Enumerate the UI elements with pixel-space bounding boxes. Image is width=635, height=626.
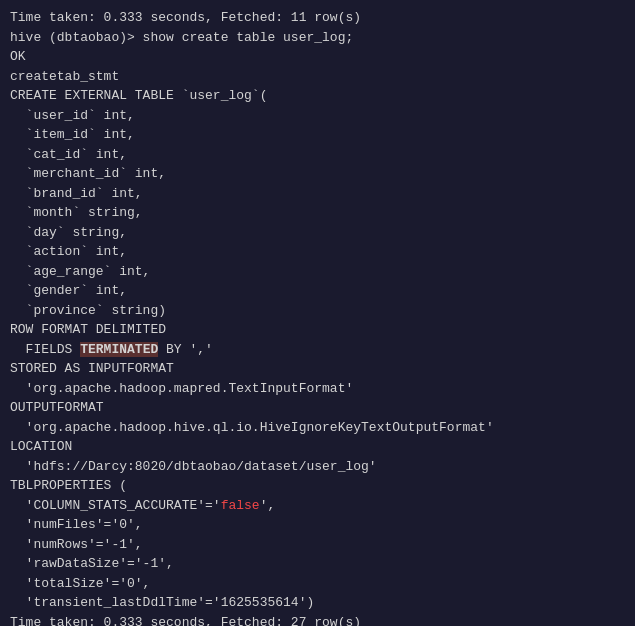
terminated-highlight: TERMINATED xyxy=(80,342,158,357)
line-hdfs-path: 'hdfs://Darcy:8020/dbtaobao/dataset/user… xyxy=(10,457,625,477)
line-location: LOCATION xyxy=(10,437,625,457)
line-textinputformat: 'org.apache.hadoop.mapred.TextInputForma… xyxy=(10,379,625,399)
line-column-stats: 'COLUMN_STATS_ACCURATE'='false', xyxy=(10,496,625,516)
line-ok: OK xyxy=(10,47,625,67)
line-time-taken: Time taken: 0.333 seconds, Fetched: 27 r… xyxy=(10,613,625,627)
line-gender: `gender` int, xyxy=(10,281,625,301)
line-rawdatasize: 'rawDataSize'='-1', xyxy=(10,554,625,574)
line-merchant-id: `merchant_id` int, xyxy=(10,164,625,184)
line-numfiles: 'numFiles'='0', xyxy=(10,515,625,535)
line-brand-id: `brand_id` int, xyxy=(10,184,625,204)
line-numrows: 'numRows'='-1', xyxy=(10,535,625,555)
line-province: `province` string) xyxy=(10,301,625,321)
terminal-window: Time taken: 0.333 seconds, Fetched: 11 r… xyxy=(0,0,635,626)
line-age-range: `age_range` int, xyxy=(10,262,625,282)
line-action: `action` int, xyxy=(10,242,625,262)
line-hiveoutputformat: 'org.apache.hadoop.hive.ql.io.HiveIgnore… xyxy=(10,418,625,438)
false-value: false xyxy=(221,498,260,513)
line-outputformat: OUTPUTFORMAT xyxy=(10,398,625,418)
line-hive-cmd: hive (dbtaobao)> show create table user_… xyxy=(10,28,625,48)
line-totalsize: 'totalSize'='0', xyxy=(10,574,625,594)
line-fields: FIELDS TERMINATED BY ',' xyxy=(10,340,625,360)
line-lastddltime: 'transient_lastDdlTime'='1625535614') xyxy=(10,593,625,613)
line-create-table: CREATE EXTERNAL TABLE `user_log`( xyxy=(10,86,625,106)
line-prev-time: Time taken: 0.333 seconds, Fetched: 11 r… xyxy=(10,8,625,28)
line-tblproperties: TBLPROPERTIES ( xyxy=(10,476,625,496)
line-createtab: createtab_stmt xyxy=(10,67,625,87)
line-day: `day` string, xyxy=(10,223,625,243)
line-stored-as: STORED AS INPUTFORMAT xyxy=(10,359,625,379)
line-item-id: `item_id` int, xyxy=(10,125,625,145)
line-row-format: ROW FORMAT DELIMITED xyxy=(10,320,625,340)
line-user-id: `user_id` int, xyxy=(10,106,625,126)
line-cat-id: `cat_id` int, xyxy=(10,145,625,165)
line-month: `month` string, xyxy=(10,203,625,223)
